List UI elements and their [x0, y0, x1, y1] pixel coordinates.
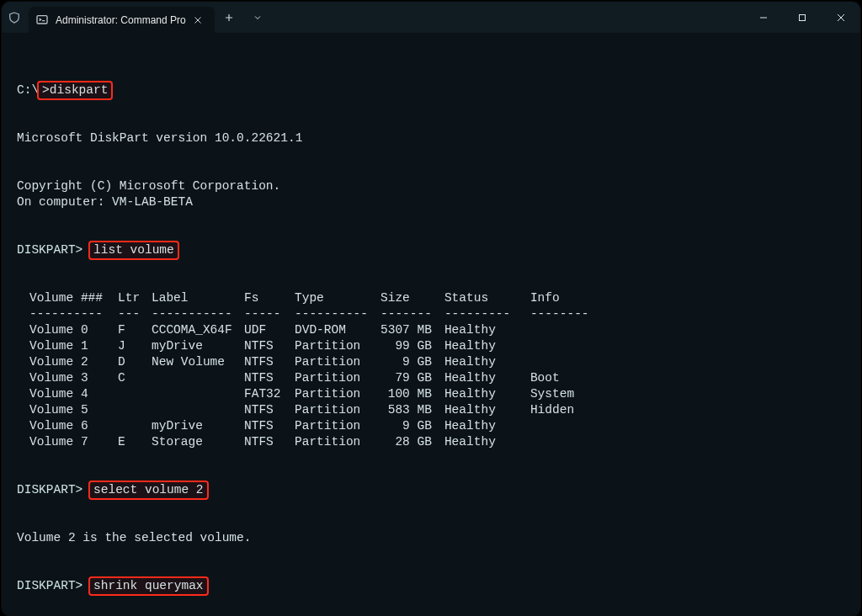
computer-line: On computer: VM-LAB-BETA [17, 195, 193, 209]
table-cell [530, 338, 589, 354]
table-cell: NTFS [244, 370, 295, 386]
table-cell: DVD-ROM [295, 322, 380, 338]
table-cell [152, 386, 244, 402]
col-status: Status [444, 290, 530, 306]
table-cell: Healthy [444, 418, 530, 434]
table-row: Volume 4FAT32Partition100 MBHealthySyste… [29, 386, 589, 402]
table-cell: NTFS [244, 354, 295, 370]
table-cell: Partition [295, 370, 380, 386]
table-cell [152, 370, 244, 386]
table-row: Volume 2DNew VolumeNTFSPartition9 GBHeal… [29, 354, 589, 370]
table-cell: Healthy [444, 386, 530, 402]
diskpart-prompt: DISKPART> [17, 243, 82, 257]
table-cell [530, 418, 589, 434]
tab-title: Administrator: Command Pro [56, 14, 186, 26]
table-cell: FAT32 [244, 386, 295, 402]
table-cell: Partition [295, 434, 380, 450]
table-cell: Partition [295, 354, 380, 370]
table-cell: System [530, 386, 589, 402]
table-row: Volume 3CNTFSPartition79 GBHealthyBoot [29, 370, 589, 386]
maximize-button[interactable] [783, 2, 822, 34]
table-cell: Volume 4 [29, 386, 118, 402]
table-cell: Volume 0 [29, 322, 118, 338]
table-cell [530, 434, 589, 450]
col-volume: Volume ### [29, 290, 118, 306]
table-cell: Volume 6 [29, 418, 118, 434]
col-info: Info [530, 290, 589, 306]
table-cell: E [118, 434, 152, 450]
table-row: Volume 7EStorageNTFSPartition28 GBHealth… [29, 434, 589, 450]
cmd-diskpart: >diskpart [39, 82, 111, 98]
col-size: Size [380, 290, 444, 306]
table-cell: myDrive [152, 338, 244, 354]
col-label: Label [152, 290, 244, 306]
table-row: Volume 6myDriveNTFSPartition9 GBHealthy [29, 418, 589, 434]
table-cell: myDrive [152, 418, 244, 434]
table-cell: Healthy [444, 370, 530, 386]
table-cell: NTFS [244, 338, 295, 354]
table-cell: Healthy [444, 354, 530, 370]
table-cell: NTFS [244, 418, 295, 434]
table-cell: F [118, 322, 152, 338]
terminal-icon [35, 13, 49, 27]
table-cell: 99 GB [380, 338, 444, 354]
table-row: Volume 0FCCCOMA_X64FUDFDVD-ROM5307 MBHea… [29, 322, 589, 338]
table-cell: 100 MB [380, 386, 444, 402]
table-cell: Volume 3 [29, 370, 118, 386]
version-line: Microsoft DiskPart version 10.0.22621.1 [17, 131, 302, 145]
col-type: Type [295, 290, 380, 306]
table-cell: UDF [244, 322, 295, 338]
close-button[interactable] [822, 2, 860, 34]
terminal-window: Administrator: Command Pro [2, 2, 860, 616]
table-cell: CCCOMA_X64F [152, 322, 244, 338]
table-cell: Healthy [444, 338, 530, 354]
table-cell: 9 GB [380, 354, 444, 370]
table-header-row: Volume ### Ltr Label Fs Type Size Status… [29, 290, 589, 306]
table-cell: Hidden [530, 402, 589, 418]
table-cell: Volume 2 [29, 354, 118, 370]
table-cell: 79 GB [380, 370, 444, 386]
table-cell: J [118, 338, 152, 354]
table-cell [118, 402, 152, 418]
table-cell: 28 GB [380, 434, 444, 450]
table-row: Volume 1JmyDriveNTFSPartition99 GBHealth… [29, 338, 589, 354]
select-response: Volume 2 is the selected volume. [17, 531, 251, 544]
titlebar-left: Administrator: Command Pro [2, 2, 272, 33]
table-cell: Partition [295, 402, 380, 418]
titlebar[interactable]: Administrator: Command Pro [2, 2, 860, 34]
table-cell [152, 402, 244, 418]
table-cell: NTFS [244, 434, 295, 450]
table-cell: 583 MB [380, 402, 444, 418]
table-cell: Storage [152, 434, 244, 450]
svg-rect-1 [800, 15, 806, 21]
tab-close-button[interactable] [189, 12, 206, 29]
table-cell: Volume 5 [29, 402, 118, 418]
table-cell: Partition [295, 386, 380, 402]
volume-table: Volume ### Ltr Label Fs Type Size Status… [29, 290, 589, 450]
minimize-button[interactable] [744, 2, 783, 34]
table-cell: Partition [295, 338, 380, 354]
diskpart-prompt: DISKPART> [17, 579, 82, 592]
table-cell: New Volume [152, 354, 244, 370]
diskpart-prompt: DISKPART> [17, 483, 82, 497]
table-cell: Volume 1 [29, 338, 118, 354]
app-icon [7, 10, 22, 25]
terminal-body[interactable]: C:\>diskpart Microsoft DiskPart version … [2, 34, 860, 616]
svg-rect-0 [37, 15, 47, 23]
prompt-cmd: C:\ [17, 83, 39, 97]
cmd-list-volume: list volume [90, 242, 178, 258]
cmd-shrink-querymax: shrink querymax [90, 578, 207, 594]
table-cell [118, 418, 152, 434]
table-cell: NTFS [244, 402, 295, 418]
table-cell: Partition [295, 418, 380, 434]
new-tab-button[interactable] [215, 12, 243, 24]
copyright-line: Copyright (C) Microsoft Corporation. [17, 179, 280, 193]
table-cell [530, 354, 589, 370]
table-cell [530, 322, 589, 338]
table-cell: C [118, 370, 152, 386]
table-cell: Boot [530, 370, 589, 386]
col-fs: Fs [244, 290, 295, 306]
active-tab[interactable]: Administrator: Command Pro [29, 7, 215, 34]
table-dash-row: ---------- --- ----------- ----- -------… [29, 306, 589, 322]
tab-dropdown-button[interactable] [243, 13, 272, 23]
